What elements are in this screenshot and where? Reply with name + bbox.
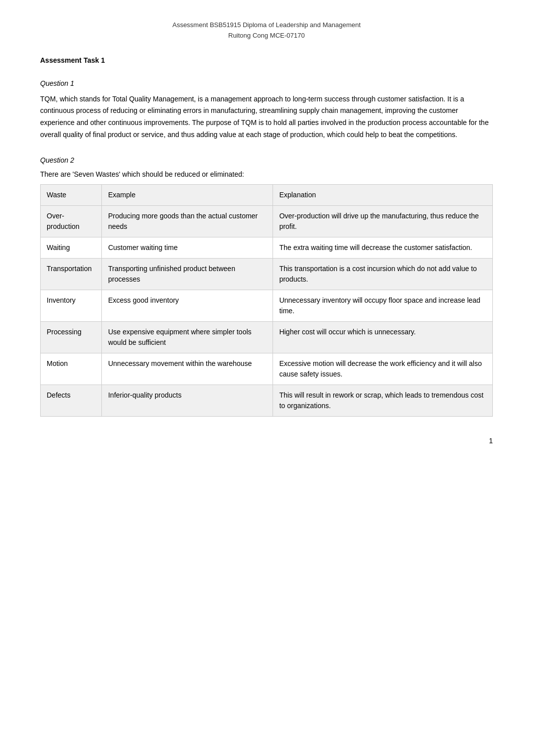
- cell-waste: Inventory: [41, 290, 102, 321]
- table-intro: There are 'Seven Wastes' which should be…: [40, 170, 493, 178]
- header-line2: Ruitong Cong MCE-07170: [228, 32, 305, 39]
- cell-waste: Waiting: [41, 237, 102, 258]
- page-number: 1: [40, 437, 493, 445]
- table-row: TransportationTransporting unfinished pr…: [41, 258, 493, 290]
- table-header-row: Waste Example Explanation: [41, 184, 493, 205]
- cell-explanation: Higher cost will occur which is unnecess…: [273, 321, 493, 353]
- table-row: InventoryExcess good inventoryUnnecessar…: [41, 290, 493, 321]
- table-row: Over-productionProducing more goods than…: [41, 205, 493, 237]
- table-row: MotionUnnecessary movement within the wa…: [41, 353, 493, 385]
- cell-waste: Processing: [41, 321, 102, 353]
- cell-example: Producing more goods than the actual cus…: [102, 205, 273, 237]
- document-header: Assessment BSB51915 Diploma of Leadershi…: [40, 20, 493, 41]
- cell-explanation: The extra waiting time will decrease the…: [273, 237, 493, 258]
- cell-waste: Motion: [41, 353, 102, 385]
- col-header-waste: Waste: [41, 184, 102, 205]
- cell-explanation: This transportation is a cost incursion …: [273, 258, 493, 290]
- question2-section: Question 2 There are 'Seven Wastes' whic…: [40, 156, 493, 417]
- question1-label: Question 1: [40, 79, 493, 87]
- cell-example: Customer waiting time: [102, 237, 273, 258]
- cell-explanation: Over-production will drive up the manufa…: [273, 205, 493, 237]
- assessment-task-label: Assessment Task 1: [40, 56, 493, 64]
- table-row: WaitingCustomer waiting timeThe extra wa…: [41, 237, 493, 258]
- col-header-explanation: Explanation: [273, 184, 493, 205]
- table-row: DefectsInferior-quality productsThis wil…: [41, 385, 493, 416]
- cell-explanation: Excessive motion will decrease the work …: [273, 353, 493, 385]
- header-line1: Assessment BSB51915 Diploma of Leadershi…: [172, 21, 360, 29]
- question2-label: Question 2: [40, 156, 493, 164]
- cell-example: Inferior-quality products: [102, 385, 273, 416]
- table-row: ProcessingUse expensive equipment where …: [41, 321, 493, 353]
- cell-waste: Transportation: [41, 258, 102, 290]
- cell-waste: Defects: [41, 385, 102, 416]
- question1-body: TQM, which stands for Total Quality Mana…: [40, 93, 493, 141]
- cell-example: Excess good inventory: [102, 290, 273, 321]
- header-title: Assessment BSB51915 Diploma of Leadershi…: [40, 20, 493, 41]
- cell-explanation: This will result in rework or scrap, whi…: [273, 385, 493, 416]
- cell-example: Use expensive equipment where simpler to…: [102, 321, 273, 353]
- cell-example: Transporting unfinished product between …: [102, 258, 273, 290]
- col-header-example: Example: [102, 184, 273, 205]
- cell-example: Unnecessary movement within the warehous…: [102, 353, 273, 385]
- question1-section: Question 1 TQM, which stands for Total Q…: [40, 79, 493, 141]
- cell-explanation: Unnecessary inventory will occupy floor …: [273, 290, 493, 321]
- seven-wastes-table: Waste Example Explanation Over-productio…: [40, 184, 493, 417]
- cell-waste: Over-production: [41, 205, 102, 237]
